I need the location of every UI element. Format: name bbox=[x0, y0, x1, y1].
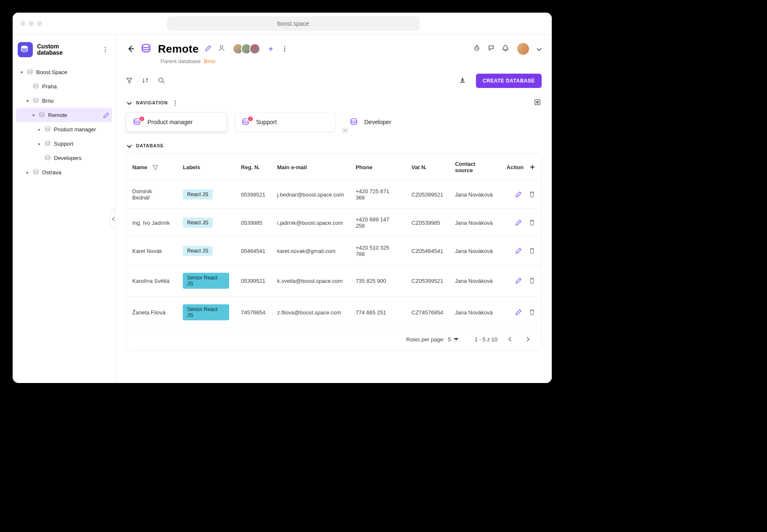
table-row[interactable]: Dominik Bednář React JS 05399521 j.bedna… bbox=[126, 181, 541, 209]
sidebar-item-boost-space[interactable]: ▾ Boost.Space bbox=[16, 65, 112, 79]
tree-caret-icon[interactable]: ▾ bbox=[19, 70, 24, 74]
tree-caret-icon[interactable]: ▸ bbox=[36, 141, 42, 146]
table-pager: Rows per page: 5 1 - 5 z 10 bbox=[126, 328, 541, 350]
table-row[interactable]: Karel Novák React JS 05464541 karel.nova… bbox=[126, 237, 541, 265]
rpp-select[interactable]: 5 bbox=[448, 336, 459, 343]
next-page-button[interactable] bbox=[523, 334, 533, 344]
database-icon bbox=[141, 44, 152, 54]
row-delete-button[interactable] bbox=[529, 309, 535, 316]
back-button[interactable] bbox=[126, 44, 135, 53]
navigation-more-button[interactable] bbox=[172, 100, 178, 106]
sidebar-item-support[interactable]: ▸ Support bbox=[16, 136, 112, 151]
sidebar-header: Custom database bbox=[16, 40, 112, 65]
cell-source: Jana Nováková bbox=[449, 237, 500, 265]
cell-source: Jana Nováková bbox=[449, 209, 500, 237]
sidebar-item-developers[interactable]: Developers bbox=[16, 151, 112, 165]
window-dot-min[interactable] bbox=[29, 21, 34, 26]
database-small-icon bbox=[45, 141, 51, 146]
cell-email: z.filova@boost.space.com bbox=[271, 297, 350, 328]
row-delete-button[interactable] bbox=[529, 277, 535, 284]
row-delete-button[interactable] bbox=[529, 247, 535, 254]
window-dot-max[interactable] bbox=[37, 21, 42, 26]
cell-phone: 774 665 251 bbox=[350, 297, 406, 328]
owner-icon[interactable] bbox=[218, 45, 227, 53]
sidebar-item-praha[interactable]: Praha bbox=[16, 79, 112, 93]
tree-caret-icon[interactable]: ▸ bbox=[36, 127, 42, 132]
table-row[interactable]: Žaneta Filová Senior React JS 74576854 z… bbox=[126, 297, 541, 328]
column-header-labels[interactable]: Labels bbox=[177, 154, 235, 181]
row-edit-button[interactable] bbox=[515, 309, 522, 316]
label-pill[interactable]: Senior React JS bbox=[183, 273, 229, 289]
create-database-button[interactable]: CREATE DATABASE bbox=[476, 74, 542, 88]
user-menu-chevron-icon[interactable] bbox=[536, 46, 542, 52]
cell-labels: React JS bbox=[177, 181, 235, 209]
chat-icon[interactable] bbox=[488, 45, 496, 53]
row-delete-button[interactable] bbox=[529, 219, 535, 226]
edit-title-button[interactable] bbox=[205, 45, 212, 53]
member-avatar[interactable] bbox=[249, 43, 260, 54]
sidebar-more-button[interactable] bbox=[102, 46, 109, 53]
toolbar: CREATE DATABASE bbox=[126, 74, 542, 88]
column-header-vat-n-[interactable]: Vat N. bbox=[406, 154, 449, 181]
page-title: Remote bbox=[158, 43, 199, 56]
row-edit-button[interactable] bbox=[515, 277, 522, 284]
page-header: Remote + bbox=[126, 42, 542, 56]
column-header-contact-source[interactable]: Contact source bbox=[449, 154, 500, 181]
column-filter-icon[interactable] bbox=[152, 164, 158, 170]
download-button[interactable] bbox=[459, 77, 468, 85]
navigation-section-header[interactable]: NAVIGATION bbox=[126, 99, 542, 106]
bell-icon[interactable] bbox=[502, 45, 510, 53]
label-pill[interactable]: React JS bbox=[183, 218, 213, 228]
row-edit-button[interactable] bbox=[515, 219, 522, 226]
sort-button[interactable] bbox=[142, 77, 150, 85]
app-name: Custom database bbox=[37, 43, 63, 56]
nav-card-developer[interactable]: Developer ↪ bbox=[343, 112, 444, 132]
cell-source: Jana Nováková bbox=[449, 297, 500, 328]
sidebar-collapse-handle[interactable] bbox=[110, 209, 116, 228]
navigation-section-title: NAVIGATION bbox=[136, 100, 168, 105]
navigation-cards: 2 Product manager 2 Support Developer ↪ bbox=[126, 112, 542, 132]
database-section-header[interactable]: DATABASE bbox=[126, 143, 542, 149]
row-delete-button[interactable] bbox=[529, 191, 535, 198]
row-edit-button[interactable] bbox=[515, 191, 522, 198]
column-header-main-e-mail[interactable]: Main e-mail bbox=[271, 154, 350, 181]
table-row[interactable]: Ing. Ivo Jadrník React JS 0539985 i.jadr… bbox=[126, 209, 541, 237]
cell-email: i.jadrnik@boost.space.com bbox=[271, 209, 350, 237]
filter-button[interactable] bbox=[126, 77, 134, 85]
nav-card-support[interactable]: 2 Support bbox=[235, 112, 336, 132]
sidebar-item-product-manager[interactable]: ▸ Product manager bbox=[16, 122, 112, 136]
label-pill[interactable]: React JS bbox=[183, 189, 213, 200]
label-pill[interactable]: React JS bbox=[183, 246, 213, 256]
cell-regn: 05464541 bbox=[235, 237, 271, 265]
sidebar-item-brno[interactable]: ▾ Brno bbox=[16, 93, 112, 108]
add-member-button[interactable]: + bbox=[269, 45, 273, 53]
layout-toggle-button[interactable] bbox=[534, 99, 542, 106]
tree-caret-icon[interactable]: ▾ bbox=[24, 98, 30, 103]
cell-regn: 0539985 bbox=[235, 209, 271, 237]
column-header-phone[interactable]: Phone bbox=[350, 154, 406, 181]
window-dot-close[interactable] bbox=[20, 21, 25, 26]
stopwatch-icon[interactable] bbox=[473, 45, 482, 53]
column-header-reg-n-[interactable]: Reg. N. bbox=[235, 154, 271, 181]
tree-caret-icon[interactable]: ▾ bbox=[30, 113, 36, 117]
column-header-name[interactable]: Name bbox=[126, 154, 177, 181]
url-bar[interactable]: boost.space bbox=[167, 16, 420, 31]
sidebar-item-remote[interactable]: ▾ Remote bbox=[16, 108, 112, 122]
tree-caret-icon[interactable]: ▸ bbox=[24, 170, 30, 175]
row-edit-button[interactable] bbox=[515, 247, 522, 254]
user-avatar[interactable] bbox=[516, 42, 530, 56]
add-column-button[interactable] bbox=[529, 164, 535, 170]
search-button[interactable] bbox=[158, 77, 166, 85]
table-row[interactable]: Karolína Světlá Senior React JS 05399521… bbox=[126, 265, 541, 297]
prev-page-button[interactable] bbox=[505, 334, 515, 344]
cell-name: Žaneta Filová bbox=[126, 297, 177, 328]
sidebar-item-ostrava[interactable]: ▸ Ostrava bbox=[16, 165, 112, 179]
nav-card-product-manager[interactable]: 2 Product manager bbox=[126, 112, 227, 132]
main-panel: Remote + Parent data bbox=[116, 35, 552, 383]
parent-database-link[interactable]: Brno bbox=[204, 58, 215, 64]
member-avatars[interactable] bbox=[233, 43, 260, 54]
label-pill[interactable]: Senior React JS bbox=[183, 304, 229, 320]
header-more-button[interactable] bbox=[281, 45, 288, 52]
column-header-action[interactable]: Action bbox=[501, 154, 541, 181]
sidebar-item-edit-button[interactable] bbox=[103, 112, 109, 118]
